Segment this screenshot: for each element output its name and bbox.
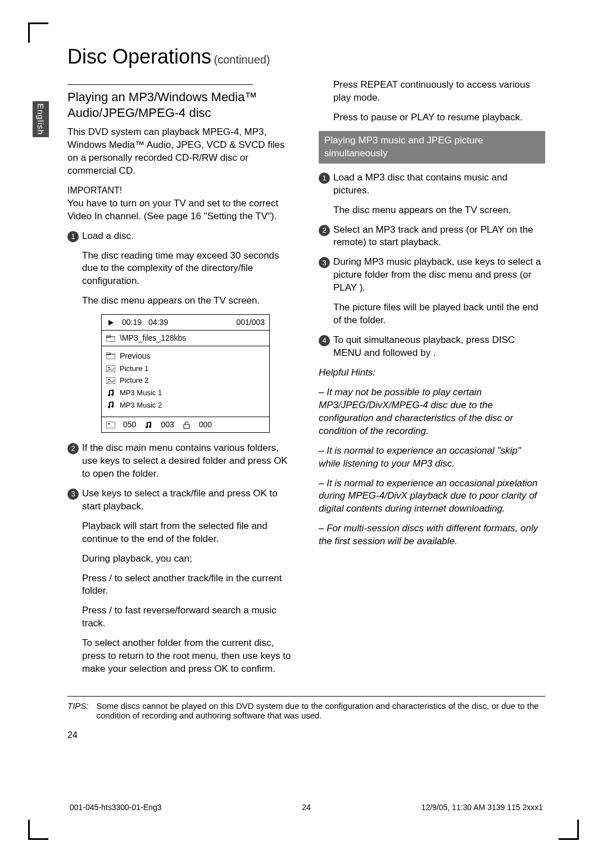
step-bullet-3: 3 (67, 489, 79, 500)
total-time: 04:39 (148, 317, 168, 328)
bottom-pic-count: 050 (123, 419, 136, 430)
play-icon (106, 319, 115, 327)
step-2-body: If the disc main menu contains various f… (82, 442, 294, 481)
r-step-1-sub: The disc menu appears on the TV screen. (319, 204, 545, 217)
crop-mark-bl (28, 820, 48, 840)
step-2: 2 If the disc main menu contains various… (67, 442, 294, 481)
hint-4: – For multi-session discs with different… (319, 522, 545, 548)
hint-3: – It is normal to experience an occasion… (319, 477, 545, 516)
subsection-heading: Playing MP3 music and JPEG picture simul… (319, 131, 545, 164)
print-footer: 001-045-hts3300-01-Eng3 24 12/9/05, 11:3… (67, 803, 545, 812)
section-heading: Playing an MP3/Windows Media™ Audio/JPEG… (67, 89, 294, 120)
helpful-hints: Helpful Hints: – It may not be possible … (319, 367, 545, 548)
lock-icon (182, 421, 191, 429)
select-another-folder: To select another folder from the curren… (67, 637, 294, 676)
page-header: Disc Operations (continued) (67, 45, 545, 69)
step-bullet-4: 4 (319, 335, 330, 346)
svg-rect-9 (106, 422, 115, 428)
page-wrap: English Disc Operations (continued) Play… (0, 0, 607, 868)
step-3-body: Use keys to select a track/file and pres… (82, 487, 294, 513)
folder-icon (106, 334, 115, 342)
step-bullet-2: 2 (319, 225, 330, 236)
menu-item-label: MP3 Music 1 (120, 388, 162, 398)
menu-item-label: Picture 2 (120, 376, 148, 386)
step-1-sub-2: The disc menu appears on the TV screen. (67, 295, 294, 308)
picture-icon (106, 377, 115, 385)
r-step-4: 4 To quit simultaneous playback, press D… (319, 334, 545, 360)
r-step-4-body: To quit simultaneous playback, press DIS… (333, 334, 545, 360)
tips-footer: TIPS: Some discs cannot be played on thi… (67, 696, 545, 720)
track-index: 001/003 (236, 317, 265, 328)
step-1-body: Load a disc. (82, 230, 294, 243)
disc-menu-top-row: 00:19 04:39 001/003 (102, 315, 269, 331)
bottom-music-count: 003 (161, 419, 174, 430)
picture-icon (106, 365, 115, 373)
r-step-2-body: Select an MP3 track and press (or PLAY o… (333, 224, 545, 250)
step-bullet-2: 2 (67, 443, 79, 454)
step-bullet-3: 3 (319, 257, 330, 268)
tips-label: TIPS: (67, 701, 89, 720)
page-title-continued: (continued) (214, 53, 270, 66)
menu-item-picture-1: Picture 1 (106, 363, 265, 375)
r-step-3-body: During MP3 music playback, use keys to s… (333, 256, 545, 295)
hints-label: Helpful Hints: (319, 367, 545, 379)
svg-point-10 (108, 423, 110, 424)
during-playback-label: During playback, you can; (67, 553, 294, 566)
crop-mark-tl (28, 22, 48, 43)
svg-point-8 (108, 379, 110, 381)
menu-item-mp3-2: MP3 Music 2 (106, 399, 265, 412)
page-number: 24 (67, 730, 545, 740)
press-pause: Press to pause or PLAY to resume playbac… (319, 111, 545, 124)
disc-menu-path-row: \MP3_files_128kbs (102, 331, 269, 346)
disc-menu-list: Previous Picture 1 Picture 2 MP3 Mu (102, 346, 269, 417)
folder-icon (106, 352, 115, 360)
step-bullet-1: 1 (67, 231, 79, 242)
important-label: IMPORTANT! (67, 186, 122, 195)
svg-point-6 (108, 367, 110, 368)
step-1-sub-1: The disc reading time may exceed 30 seco… (67, 250, 294, 288)
section-rule (67, 84, 253, 85)
hint-1: – It may not be possible to play certain… (319, 386, 545, 438)
r-step-3-sub: The picture files will be played back un… (319, 301, 545, 327)
r-step-1: 1 Load a MP3 disc that contains music an… (319, 171, 545, 197)
intro-paragraph: This DVD system can playback MPEG-4, MP3… (67, 126, 294, 178)
step-bullet-1: 1 (319, 173, 330, 184)
disc-menu-bottom-row: 050 003 000 (102, 417, 269, 432)
important-block: IMPORTANT! You have to turn on your TV a… (67, 184, 294, 223)
page-title: Disc Operations (67, 45, 211, 68)
step-3: 3 Use keys to select a track/file and pr… (67, 487, 294, 513)
two-columns: Playing an MP3/Windows Media™ Audio/JPEG… (67, 79, 545, 682)
step-1: 1 Load a disc. (67, 230, 294, 243)
menu-item-label: Previous (120, 351, 150, 361)
music-icon (144, 421, 153, 429)
r-step-2: 2 Select an MP3 track and press (or PLAY… (319, 224, 545, 250)
picture-icon (106, 421, 115, 429)
menu-item-label: MP3 Music 2 (120, 400, 162, 410)
press-repeat: Press REPEAT continuously to access vari… (319, 79, 545, 105)
menu-item-mp3-1: MP3 Music 1 (106, 387, 265, 399)
step-3-sub: Playback will start from the selected fi… (67, 520, 294, 546)
music-icon (106, 401, 115, 409)
important-body: You have to turn on your TV and set to t… (67, 198, 278, 221)
r-step-3: 3 During MP3 music playback, use keys to… (319, 256, 545, 295)
folder-path: \MP3_files_128kbs (120, 333, 186, 343)
elapsed-time: 00:19 (122, 317, 142, 328)
music-icon (106, 389, 115, 397)
language-tab: English (33, 101, 49, 137)
hint-2: – It is normal to experience an occasion… (319, 445, 545, 471)
footer-left: 001-045-hts3300-01-Eng3 (70, 803, 161, 812)
menu-item-label: Picture 1 (120, 364, 148, 374)
r-step-1-body: Load a MP3 disc that contains music and … (333, 171, 545, 197)
page-content: English Disc Operations (continued) Play… (67, 45, 545, 823)
footer-mid: 24 (302, 803, 311, 812)
crop-mark-br (559, 820, 579, 840)
press-fast-search: Press / to fast reverse/forward search a… (67, 604, 294, 630)
right-column: Press REPEAT continuously to access vari… (319, 79, 545, 682)
svg-marker-0 (108, 320, 114, 326)
footer-code: 3139 115 2xxx1 (487, 803, 543, 812)
left-column: Playing an MP3/Windows Media™ Audio/JPEG… (67, 79, 294, 682)
footer-right: 12/9/05, 11:30 AM 3139 115 2xxx1 (422, 803, 543, 812)
press-prev-next: Press / to select another track/file in … (67, 572, 294, 598)
menu-item-picture-2: Picture 2 (106, 374, 265, 387)
disc-menu-illustration: 00:19 04:39 001/003 \MP3_files_128kbs Pr… (101, 314, 270, 433)
